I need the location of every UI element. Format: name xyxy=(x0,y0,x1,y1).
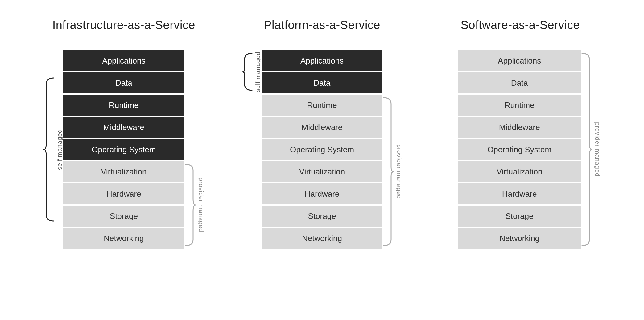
saas-provider-managed-label: provider managed xyxy=(594,122,601,177)
iaas-title: Infrastructure-as-a-Service xyxy=(52,18,195,32)
paas-provider-managed-brace-area: provider managed xyxy=(382,95,402,249)
paas-self-managed-brace-area: self managed xyxy=(242,50,262,93)
paas-row-middleware: Middleware xyxy=(262,117,383,138)
paas-row-hardware: Hardware xyxy=(262,183,383,204)
saas-row-virtualization: Virtualization xyxy=(458,161,581,182)
iaas-self-managed-brace-svg xyxy=(43,75,55,224)
iaas-row-applications: Applications xyxy=(63,50,184,71)
iaas-provider-managed-brace-svg xyxy=(184,161,196,249)
paas-row-networking: Networking xyxy=(262,228,383,249)
saas-row-storage: Storage xyxy=(458,206,581,227)
paas-stack-wrapper: self managed Applications Data Runtime M… xyxy=(242,50,403,249)
iaas-row-runtime: Runtime xyxy=(63,95,184,116)
paas-provider-managed-brace-svg xyxy=(382,95,394,249)
saas-row-data: Data xyxy=(458,72,581,93)
iaas-row-virtualization: Virtualization xyxy=(63,161,184,182)
iaas-provider-managed-label: provider managed xyxy=(197,178,204,232)
iaas-self-managed-label: self managed xyxy=(56,129,63,170)
paas-row-applications: Applications xyxy=(262,50,383,71)
iaas-column: Infrastructure-as-a-Service self managed… xyxy=(25,18,223,249)
paas-self-managed-label: self managed xyxy=(254,51,262,92)
paas-row-os: Operating System xyxy=(262,139,383,160)
iaas-row-data: Data xyxy=(63,72,184,93)
paas-row-data: Data xyxy=(262,72,383,93)
saas-row-applications: Applications xyxy=(458,50,581,71)
saas-row-hardware: Hardware xyxy=(458,183,581,204)
iaas-row-hardware: Hardware xyxy=(63,183,184,204)
saas-rows: Applications Data Runtime Middleware Ope… xyxy=(458,50,581,249)
paas-provider-managed-label: provider managed xyxy=(395,144,402,199)
iaas-self-managed-brace-area: self managed xyxy=(43,75,63,224)
paas-row-runtime: Runtime xyxy=(262,95,383,116)
iaas-row-networking: Networking xyxy=(63,228,184,249)
saas-provider-managed-brace-area: provider managed xyxy=(581,50,601,249)
saas-row-runtime: Runtime xyxy=(458,95,581,116)
paas-self-managed-brace-svg xyxy=(242,50,253,93)
page-container: Infrastructure-as-a-Service self managed… xyxy=(0,0,644,320)
iaas-rows: Applications Data Runtime Middleware Ope… xyxy=(63,50,184,249)
saas-provider-managed-brace-svg xyxy=(581,50,592,249)
saas-column: Software-as-a-Service Applications Data … xyxy=(421,18,619,249)
paas-rows: Applications Data Runtime Middleware Ope… xyxy=(262,50,383,249)
saas-title: Software-as-a-Service xyxy=(460,18,580,32)
paas-row-virtualization: Virtualization xyxy=(262,161,383,182)
iaas-stack-wrapper: self managed Applications Data Runtime M… xyxy=(43,50,204,249)
saas-stack-wrapper: Applications Data Runtime Middleware Ope… xyxy=(440,50,601,249)
iaas-provider-managed-brace-area: provider managed xyxy=(184,161,204,249)
saas-row-middleware: Middleware xyxy=(458,117,581,138)
saas-row-networking: Networking xyxy=(458,228,581,249)
paas-row-storage: Storage xyxy=(262,206,383,227)
iaas-row-storage: Storage xyxy=(63,206,184,227)
paas-column: Platform-as-a-Service self managed Appli… xyxy=(223,18,421,249)
iaas-row-os: Operating System xyxy=(63,139,184,160)
paas-title: Platform-as-a-Service xyxy=(264,18,380,32)
iaas-row-middleware: Middleware xyxy=(63,117,184,138)
saas-row-os: Operating System xyxy=(458,139,581,160)
